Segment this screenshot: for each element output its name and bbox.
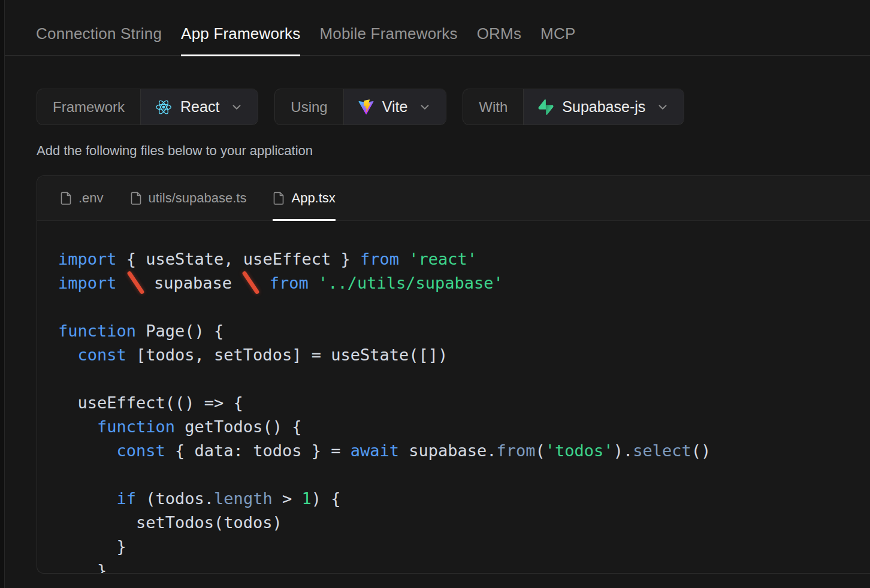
tab-app-frameworks[interactable]: App Frameworks	[181, 12, 300, 55]
code-token: Page() {	[136, 322, 223, 340]
code-token	[117, 274, 126, 292]
code-token: ) {	[312, 489, 341, 508]
react-icon	[155, 99, 172, 116]
code-token	[58, 345, 78, 364]
file-code-icon	[130, 192, 142, 205]
code-token	[58, 417, 97, 436]
instruction-text: Add the following files below to your ap…	[37, 143, 313, 159]
left-edge-panel	[0, 0, 5, 588]
code-line: if (todos.length > 1) {	[58, 487, 870, 511]
code-token: (todos.	[136, 489, 214, 508]
code-token: }	[58, 561, 107, 573]
code-token	[58, 441, 117, 460]
code-token	[259, 274, 269, 292]
code-line: import supabase from '../utils/supabase'	[58, 271, 870, 295]
code-token: await	[351, 441, 399, 460]
code-token	[58, 489, 117, 508]
code-token	[399, 250, 409, 268]
code-token: { data: todos } =	[165, 441, 351, 460]
code-token: function	[58, 322, 136, 340]
code-token: if	[117, 489, 137, 508]
selector-row: Framework React	[37, 89, 684, 125]
file-code-icon	[60, 192, 72, 205]
code-token: 'react'	[409, 250, 477, 268]
bundler-select[interactable]: Vite	[343, 89, 446, 125]
code-line: import { useState, useEffect } from 'rea…	[58, 247, 870, 271]
code-token: }	[58, 537, 126, 556]
code-token: 'todos'	[545, 441, 614, 460]
code-line	[58, 463, 870, 487]
code-line: useEffect(() => {	[58, 391, 870, 415]
tab-mobile-frameworks[interactable]: Mobile Frameworks	[319, 12, 457, 55]
code-token: supabase.	[399, 441, 497, 460]
main-tabs: Connection StringApp FrameworksMobile Fr…	[5, 0, 870, 55]
file-tab-.env[interactable]: .env	[60, 176, 104, 220]
code-token: getTodos() {	[175, 417, 301, 436]
code-token: useEffect(() => {	[58, 393, 243, 412]
red-slash-icon	[241, 274, 259, 292]
code-block: import { useState, useEffect } from 'rea…	[37, 221, 870, 573]
library-select[interactable]: Supabase-js	[523, 89, 684, 125]
chevron-down-icon	[418, 101, 431, 114]
file-code-icon	[273, 192, 285, 205]
code-token: { useState, useEffect }	[117, 250, 360, 268]
library-selector: With Supabase-js	[463, 89, 684, 125]
code-token: >	[273, 489, 302, 508]
bundler-selected-value: Vite	[382, 98, 408, 116]
code-token: ).	[614, 441, 633, 460]
code-scroll-area[interactable]: import { useState, useEffect } from 'rea…	[37, 221, 870, 573]
library-selector-label: With	[463, 89, 523, 125]
code-line: }	[58, 559, 870, 573]
code-token	[309, 274, 318, 292]
code-token: (	[536, 441, 545, 460]
code-token: import	[58, 250, 117, 268]
code-panel: .envutils/supabase.tsApp.tsx import { us…	[37, 175, 870, 574]
code-line	[58, 295, 870, 319]
code-line: const { data: todos } = await supabase.f…	[58, 439, 870, 463]
file-tabs: .envutils/supabase.tsApp.tsx	[37, 176, 870, 221]
code-line: }	[58, 535, 870, 559]
code-token: from	[497, 441, 536, 460]
bundler-selector: Using	[274, 89, 446, 125]
file-tab-label: App.tsx	[291, 190, 335, 206]
bundler-selector-label: Using	[275, 89, 343, 125]
code-line: function Page() {	[58, 319, 870, 343]
framework-selected-value: React	[180, 98, 219, 116]
chevron-down-icon	[656, 101, 669, 114]
code-token: length	[214, 489, 273, 508]
file-tab-label: .env	[78, 190, 104, 206]
file-tab-label: utils/supabase.ts	[149, 190, 247, 206]
code-token: const	[117, 441, 165, 460]
code-token: from	[360, 250, 399, 268]
vite-icon	[358, 99, 374, 115]
supabase-icon	[538, 99, 554, 115]
chevron-down-icon	[230, 101, 243, 114]
file-tab-utils-supabase.ts[interactable]: utils/supabase.ts	[130, 176, 247, 220]
framework-selector-label: Framework	[37, 89, 140, 125]
code-token: '../utils/supabase'	[318, 274, 503, 292]
code-token: function	[97, 417, 175, 436]
code-line	[58, 367, 870, 391]
framework-select[interactable]: React	[140, 89, 258, 125]
code-token: select	[633, 441, 691, 460]
code-token: [todos, setTodos] = useState([])	[126, 345, 448, 364]
main-tab-bar: Connection StringApp FrameworksMobile Fr…	[5, 0, 870, 56]
code-token: 1	[301, 489, 311, 508]
code-line: setTodos(todos)	[58, 511, 870, 535]
code-token: setTodos(todos)	[58, 513, 282, 532]
code-token: supabase	[144, 274, 242, 292]
framework-selector: Framework React	[37, 89, 258, 125]
library-selected-value: Supabase-js	[562, 98, 645, 116]
code-token: const	[78, 345, 126, 364]
code-token: from	[270, 274, 309, 292]
file-tab-app.tsx[interactable]: App.tsx	[273, 176, 335, 220]
code-line: const [todos, setTodos] = useState([])	[58, 343, 870, 367]
tab-mcp[interactable]: MCP	[540, 12, 575, 55]
red-slash-icon	[126, 274, 144, 292]
tab-orms[interactable]: ORMs	[477, 12, 521, 55]
code-token: ()	[691, 441, 711, 460]
code-line: function getTodos() {	[58, 415, 870, 439]
code-token: import	[58, 274, 117, 292]
tab-connection-string[interactable]: Connection String	[36, 12, 162, 55]
